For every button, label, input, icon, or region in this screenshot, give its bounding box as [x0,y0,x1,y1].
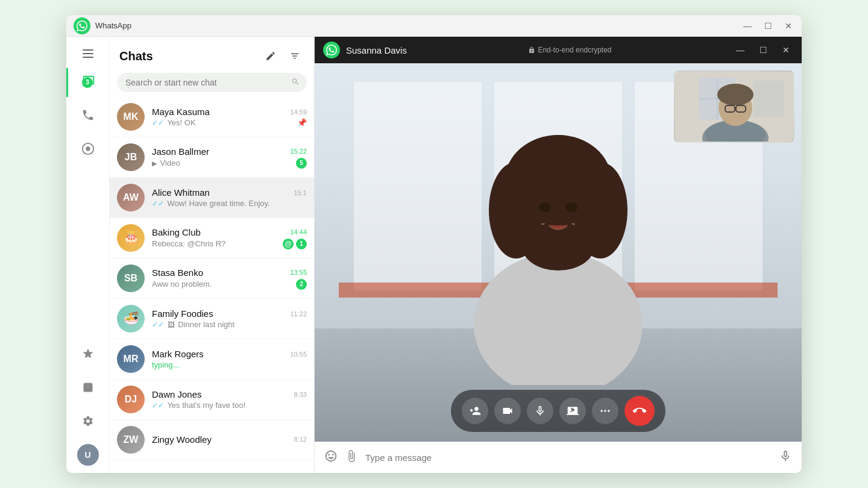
microphone-button[interactable] [527,398,553,424]
chat-name-zingy: Zingy Woodley [152,434,212,445]
chat-time-maya: 14:59 [290,108,307,116]
chat-info-stasa: Stasa Benko 13:55 Aww no problem. 2 [152,267,307,290]
sidebar-item-starred[interactable] [74,340,102,369]
more-options-button[interactable] [592,398,618,424]
video-title-bar: Susanna Davis End-to-end endcrypted — ☐ … [315,37,802,63]
chat-item-zingy[interactable]: ZW Zingy Woodley 8:12 [110,420,314,460]
person-woman-video [432,72,685,385]
video-maximize-button[interactable]: ☐ [756,43,770,57]
chat-name-maya: Maya Kasuma [152,107,210,117]
avatar-family: 🍜 [117,305,145,333]
minimize-button[interactable]: — [741,20,753,32]
avatar-maya: MK [117,103,145,131]
unread-badge-jason: 5 [296,158,307,169]
self-video-content [675,72,794,143]
calls-icon [81,108,95,125]
camera-toggle-button[interactable] [494,398,521,424]
maximize-button[interactable]: ☐ [762,20,774,32]
chat-header-actions [261,46,304,66]
chat-time-alice: 15:1 [294,189,307,196]
chat-area: Susanna Davis End-to-end endcrypted — ☐ … [315,37,802,473]
svg-point-20 [717,84,753,105]
sidebar-item-calls[interactable] [74,102,102,131]
avatar-alice: AW [117,184,145,211]
video-main [315,63,802,442]
chat-preview-mark: typing... [152,360,307,369]
sidebar-item-settings[interactable] [74,408,102,437]
settings-icon [82,415,94,430]
svg-point-9 [539,202,551,212]
video-minimize-button[interactable]: — [733,43,747,57]
chat-item-alice[interactable]: AW Alice Whitman 15:1 ✓✓ Wow! Have great… [110,178,314,218]
chat-item-maya[interactable]: MK Maya Kasuma 14:59 ✓✓ Yes! OK 📌 [110,97,314,137]
avatar-zingy: ZW [117,426,145,454]
voice-message-button[interactable] [779,449,792,466]
sidebar-item-chats[interactable]: 3 [66,68,109,97]
avatar-dawn: DJ [117,386,145,413]
title-bar-left: WhatsApp [74,17,131,34]
title-bar-controls: — ☐ ✕ [741,20,794,32]
encryption-label: End-to-end endcrypted [538,46,611,54]
chat-item-mark[interactable]: MR Mark Rogers 10:55 typing... [110,339,314,380]
svg-point-1 [86,146,90,151]
screen-share-button[interactable] [559,398,586,424]
chats-badge: 3 [82,77,93,88]
double-tick-maya: ✓✓ [152,119,164,127]
double-tick-alice: ✓✓ [152,199,164,208]
video-encryption-text: End-to-end endcrypted [528,46,611,54]
user-avatar[interactable]: U [77,444,99,466]
video-close-button[interactable]: ✕ [779,43,793,57]
pin-icon-maya: 📌 [297,118,307,127]
emoji-button[interactable] [324,449,338,466]
sidebar-icons: 3 [66,37,110,473]
chat-name-family: Family Foodies [152,308,213,319]
unread-badge-stasa: 2 [296,279,307,290]
menu-line-1 [83,49,93,51]
chat-name-stasa: Stasa Benko [152,267,203,278]
chat-preview-baking: Rebecca: @Chris R? [152,239,280,248]
search-bar [117,73,307,92]
chat-item-dawn[interactable]: DJ Dawn Jones 8:33 ✓✓ Yes that's my fave… [110,380,314,420]
chat-name-baking: Baking Club [152,227,201,237]
chat-filter-button[interactable] [285,46,304,66]
chat-name-jason: Jason Ballmer [152,146,209,157]
attach-button[interactable] [345,449,358,466]
sidebar-bottom: U [74,340,102,466]
add-participant-button[interactable] [462,398,488,424]
avatar-baking: 🎂 [117,224,145,252]
chat-list-header: Chats [110,37,314,70]
chat-info-maya: Maya Kasuma 14:59 ✓✓ Yes! OK 📌 [152,107,307,127]
end-call-button[interactable] [624,396,655,426]
sidebar-item-status[interactable] [74,136,102,164]
chat-info-jason: Jason Ballmer 15:22 ▶ Video 5 [152,146,307,169]
chat-time-jason: 15:22 [290,148,307,155]
chat-time-baking: 14:44 [290,228,307,236]
menu-button[interactable] [78,44,98,63]
double-tick-dawn: ✓✓ [152,401,164,410]
chat-list-panel: Chats [110,37,315,473]
chat-item-jason[interactable]: JB Jason Ballmer 15:22 ▶ Video 5 [110,137,314,178]
self-video-pip[interactable] [674,70,794,143]
message-input[interactable] [365,452,772,463]
chat-time-mark: 10:55 [290,351,307,358]
chat-preview-alice: ✓✓ Wow! Have great time. Enjoy. [152,199,307,208]
main-content: 3 [66,37,802,473]
sidebar-item-archived[interactable] [74,374,102,403]
chat-item-family[interactable]: 🍜 Family Foodies 11:22 ✓✓ 🖼 Dinner last … [110,299,314,339]
svg-point-10 [565,202,577,212]
double-tick-family: ✓✓ [152,321,164,329]
svg-point-24 [601,410,603,411]
chat-item-baking[interactable]: 🎂 Baking Club 14:44 Rebecca: @Chris R? @… [110,218,314,258]
close-button[interactable]: ✕ [782,20,794,32]
new-chat-button[interactable] [261,46,280,66]
chat-item-stasa[interactable]: SB Stasa Benko 13:55 Aww no problem. 2 [110,258,314,299]
chat-info-alice: Alice Whitman 15:1 ✓✓ Wow! Have great ti… [152,187,307,208]
chat-time-zingy: 8:12 [294,436,307,443]
app-icon [74,17,90,34]
chat-list: MK Maya Kasuma 14:59 ✓✓ Yes! OK 📌 [110,97,314,473]
search-input[interactable] [117,73,307,92]
app-title: WhatsApp [95,21,131,30]
chats-title: Chats [119,49,153,63]
video-icon-jason: ▶ [152,160,157,167]
chat-time-stasa: 13:55 [290,269,307,276]
